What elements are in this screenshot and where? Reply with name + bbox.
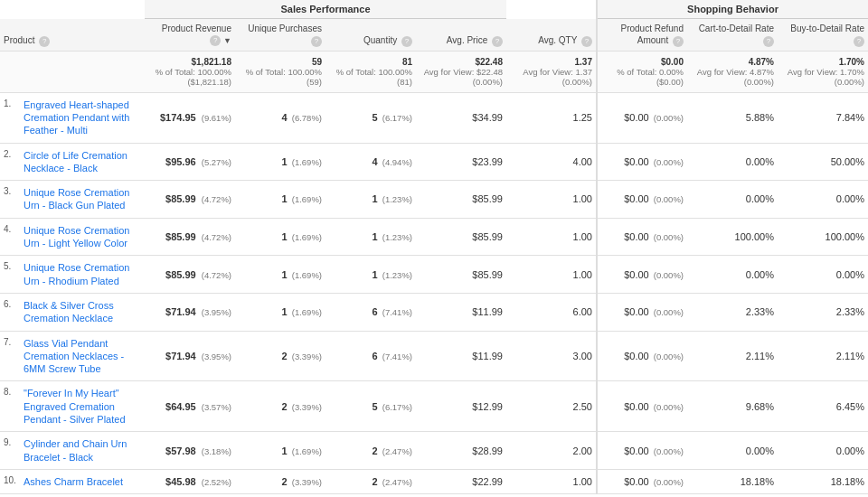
avgqty-cell-6: 3.00 [506, 331, 597, 381]
product-link-1[interactable]: Circle of Life Cremation Necklace - Blac… [24, 149, 141, 175]
product-link-6[interactable]: Glass Vial Pendant Cremation Necklaces -… [24, 337, 141, 376]
revenue-pct-6: (3.95%) [202, 352, 231, 361]
revenue-value-9: $45.98 [165, 476, 196, 487]
avgprice-cell-1: $23.99 [416, 143, 506, 181]
totals-buy-value: 1.70% [781, 57, 864, 67]
product-cell-0: 1. Engraved Heart-shaped Cremation Penda… [0, 92, 145, 143]
cart-cell-4: 0.00% [687, 256, 778, 294]
revenue-help-icon[interactable]: ? [210, 35, 221, 46]
unique-pct-6: (3.39%) [292, 352, 322, 361]
row-number-6: 7. [4, 337, 20, 347]
unique-value-9: 2 [282, 476, 288, 487]
avgqty-value-0: 1.25 [573, 112, 592, 123]
refund-pct-3: (0.00%) [654, 232, 684, 242]
totals-cart-sub: Avg for View: 4.87% (0.00%) [691, 67, 774, 87]
product-link-4[interactable]: Unique Rose Cremation Urn - Rhodium Plat… [24, 261, 141, 287]
avgqty-value-7: 2.50 [573, 401, 592, 412]
unique-help-icon[interactable]: ? [311, 36, 322, 47]
row-number-1: 2. [4, 149, 20, 159]
totals-quantity-value: 81 [329, 57, 412, 67]
product-link-0[interactable]: Engraved Heart-shaped Cremation Pendant … [24, 98, 141, 137]
cart-value-2: 0.00% [746, 193, 774, 204]
cart-cell-8: 0.00% [687, 432, 778, 470]
quantity-pct-3: (1.23%) [382, 232, 412, 242]
cart-help-icon[interactable]: ? [763, 36, 774, 47]
group-header-row: Sales Performance Shopping Behavior [0, 0, 868, 19]
quantity-cell-0: 5 (6.17%) [326, 92, 416, 143]
table-row: 5. Unique Rose Cremation Urn - Rhodium P… [0, 256, 868, 294]
totals-buy: 1.70% Avg for View: 1.70% (0.00%) [778, 51, 868, 92]
buy-header-label: Buy-to-Detail Rate [790, 23, 864, 33]
unique-cell-4: 1 (1.69%) [235, 256, 326, 294]
cart-cell-0: 5.88% [687, 92, 778, 143]
revenue-sort-icon[interactable]: ▼ [223, 36, 231, 47]
unique-value-0: 4 [282, 112, 288, 123]
buy-help-icon[interactable]: ? [854, 36, 864, 47]
refund-cell-6: $0.00 (0.00%) [597, 331, 687, 381]
product-link-5[interactable]: Black & Silver Cross Cremation Necklace [24, 299, 141, 325]
product-link-9[interactable]: Ashes Charm Bracelet [24, 475, 123, 488]
revenue-cell-2: $85.99 (4.72%) [145, 181, 235, 219]
cart-cell-1: 0.00% [687, 143, 778, 181]
quantity-pct-0: (6.17%) [382, 113, 412, 123]
cart-cell-6: 2.11% [687, 331, 778, 381]
totals-buy-sub: Avg for View: 1.70% (0.00%) [781, 67, 864, 87]
product-link-3[interactable]: Unique Rose Cremation Urn - Light Yellow… [24, 224, 141, 250]
quantity-help-icon[interactable]: ? [401, 36, 412, 47]
refund-pct-5: (0.00%) [654, 307, 684, 317]
product-cell-3: 4. Unique Rose Cremation Urn - Light Yel… [0, 218, 145, 256]
unique-pct-3: (1.69%) [292, 232, 322, 242]
quantity-pct-1: (4.94%) [382, 157, 412, 167]
product-link-7[interactable]: "Forever In My Heart" Engraved Cremation… [24, 387, 141, 426]
row-number-7: 8. [4, 387, 20, 397]
revenue-cell-4: $85.99 (4.72%) [145, 256, 235, 294]
buy-value-5: 2.33% [836, 306, 864, 317]
row-number-2: 3. [4, 186, 20, 196]
avgqty-cell-3: 1.00 [506, 218, 597, 256]
revenue-pct-9: (2.52%) [202, 477, 231, 487]
unique-cell-0: 4 (6.78%) [235, 92, 326, 143]
product-link-2[interactable]: Unique Rose Cremation Urn - Black Gun Pl… [24, 186, 141, 212]
table-row: 2. Circle of Life Cremation Necklace - B… [0, 143, 868, 181]
avg-qty-empty [506, 0, 597, 19]
unique-pct-4: (1.69%) [292, 270, 322, 280]
unique-cell-9: 2 (3.39%) [235, 469, 326, 493]
unique-cell-3: 1 (1.69%) [235, 218, 326, 256]
avgprice-value-4: $85.99 [472, 269, 503, 280]
revenue-pct-8: (3.18%) [202, 446, 231, 456]
revenue-value-5: $71.94 [165, 306, 196, 317]
quantity-pct-8: (2.47%) [382, 446, 412, 456]
avgprice-value-1: $23.99 [472, 156, 503, 167]
quantity-cell-5: 6 (7.41%) [326, 293, 416, 331]
product-help-icon[interactable]: ? [39, 36, 50, 47]
quantity-pct-5: (7.41%) [382, 307, 412, 317]
refund-cell-2: $0.00 (0.00%) [597, 181, 687, 219]
product-cell-6: 7. Glass Vial Pendant Cremation Necklace… [0, 331, 145, 381]
quantity-cell-4: 1 (1.23%) [326, 256, 416, 294]
refund-value-4: $0.00 [624, 269, 649, 280]
avgqty-help-icon[interactable]: ? [581, 36, 592, 47]
totals-refund: $0.00 % of Total: 0.00% ($0.00) [597, 51, 687, 92]
refund-cell-8: $0.00 (0.00%) [597, 432, 687, 470]
unique-header: Unique Purchases ? [235, 19, 326, 52]
revenue-cell-6: $71.94 (3.95%) [145, 331, 235, 381]
unique-cell-5: 1 (1.69%) [235, 293, 326, 331]
quantity-value-4: 1 [373, 269, 378, 280]
totals-unique-pct: % of Total: 100.00% (59) [239, 67, 322, 87]
product-cell-4: 5. Unique Rose Cremation Urn - Rhodium P… [0, 256, 145, 294]
row-number-5: 6. [4, 299, 20, 309]
quantity-value-5: 6 [373, 306, 378, 317]
avgprice-value-2: $85.99 [472, 193, 503, 204]
avgprice-help-icon[interactable]: ? [492, 36, 503, 47]
refund-help-icon[interactable]: ? [673, 36, 684, 47]
revenue-pct-1: (5.27%) [202, 157, 231, 167]
unique-pct-2: (1.69%) [292, 194, 322, 204]
quantity-value-2: 1 [373, 193, 378, 204]
avgqty-cell-5: 6.00 [506, 293, 597, 331]
product-link-8[interactable]: Cylinder and Chain Urn Bracelet - Black [24, 437, 141, 464]
quantity-header-label: Quantity [363, 35, 397, 45]
unique-value-7: 2 [282, 401, 288, 412]
avgqty-cell-8: 2.00 [506, 432, 597, 470]
refund-cell-4: $0.00 (0.00%) [597, 256, 687, 294]
revenue-pct-2: (4.72%) [202, 194, 231, 204]
